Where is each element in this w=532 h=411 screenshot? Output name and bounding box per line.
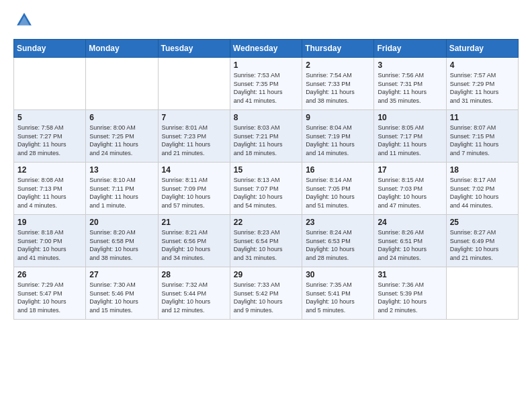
- day-number: 16: [306, 165, 370, 175]
- day-info: Sunrise: 8:07 AM Sunset: 7:15 PM Dayligh…: [450, 124, 515, 157]
- day-info: Sunrise: 8:13 AM Sunset: 7:07 PM Dayligh…: [234, 176, 298, 210]
- day-number: 8: [234, 113, 298, 122]
- day-number: 20: [89, 218, 154, 227]
- header-row: SundayMondayTuesdayWednesdayThursdayFrid…: [14, 40, 519, 58]
- day-cell: 11Sunrise: 8:07 AM Sunset: 7:15 PM Dayli…: [446, 110, 518, 163]
- day-number: 4: [450, 60, 515, 70]
- day-number: 5: [17, 113, 82, 122]
- day-cell: 23Sunrise: 8:24 AM Sunset: 6:53 PM Dayli…: [302, 215, 374, 267]
- day-info: Sunrise: 8:15 AM Sunset: 7:03 PM Dayligh…: [378, 176, 442, 210]
- day-number: 13: [89, 165, 154, 175]
- day-cell: 7Sunrise: 8:01 AM Sunset: 7:23 PM Daylig…: [158, 110, 230, 163]
- day-cell: 29Sunrise: 7:33 AM Sunset: 5:42 PM Dayli…: [230, 267, 302, 320]
- day-info: Sunrise: 7:32 AM Sunset: 5:44 PM Dayligh…: [162, 281, 226, 314]
- day-number: 30: [306, 270, 370, 279]
- day-number: 18: [450, 165, 515, 175]
- day-info: Sunrise: 8:27 AM Sunset: 6:49 PM Dayligh…: [450, 228, 515, 262]
- day-info: Sunrise: 7:56 AM Sunset: 7:31 PM Dayligh…: [378, 71, 442, 105]
- day-cell: 28Sunrise: 7:32 AM Sunset: 5:44 PM Dayli…: [158, 267, 230, 320]
- day-number: 3: [378, 60, 442, 70]
- day-number: 14: [162, 165, 226, 175]
- day-number: 27: [89, 270, 154, 279]
- logo-icon: [15, 11, 34, 30]
- day-info: Sunrise: 8:03 AM Sunset: 7:21 PM Dayligh…: [234, 124, 298, 157]
- day-cell: 21Sunrise: 8:21 AM Sunset: 6:56 PM Dayli…: [158, 215, 230, 267]
- day-cell: 17Sunrise: 8:15 AM Sunset: 7:03 PM Dayli…: [374, 163, 446, 215]
- col-header-saturday: Saturday: [446, 40, 518, 58]
- day-cell: 10Sunrise: 8:05 AM Sunset: 7:17 PM Dayli…: [374, 110, 446, 163]
- day-info: Sunrise: 7:35 AM Sunset: 5:41 PM Dayligh…: [306, 281, 370, 314]
- day-cell: 19Sunrise: 8:18 AM Sunset: 7:00 PM Dayli…: [14, 215, 86, 267]
- day-info: Sunrise: 7:30 AM Sunset: 5:46 PM Dayligh…: [89, 281, 154, 314]
- day-cell: 25Sunrise: 8:27 AM Sunset: 6:49 PM Dayli…: [446, 215, 518, 267]
- day-number: 2: [306, 60, 370, 70]
- day-number: 17: [378, 165, 442, 175]
- day-cell: 9Sunrise: 8:04 AM Sunset: 7:19 PM Daylig…: [302, 110, 374, 163]
- day-info: Sunrise: 7:58 AM Sunset: 7:27 PM Dayligh…: [17, 124, 82, 157]
- day-cell: 24Sunrise: 8:26 AM Sunset: 6:51 PM Dayli…: [374, 215, 446, 267]
- day-cell: 16Sunrise: 8:14 AM Sunset: 7:05 PM Dayli…: [302, 163, 374, 215]
- day-info: Sunrise: 8:11 AM Sunset: 7:09 PM Dayligh…: [162, 176, 226, 210]
- day-number: 24: [378, 218, 442, 227]
- day-number: 15: [234, 165, 298, 175]
- day-info: Sunrise: 8:14 AM Sunset: 7:05 PM Dayligh…: [306, 176, 370, 210]
- col-header-friday: Friday: [374, 40, 446, 58]
- day-cell: 12Sunrise: 8:08 AM Sunset: 7:13 PM Dayli…: [14, 163, 86, 215]
- calendar-table: SundayMondayTuesdayWednesdayThursdayFrid…: [13, 39, 519, 320]
- col-header-thursday: Thursday: [302, 40, 374, 58]
- day-number: 19: [17, 218, 82, 227]
- week-row-3: 12Sunrise: 8:08 AM Sunset: 7:13 PM Dayli…: [14, 163, 519, 215]
- day-number: 12: [17, 165, 82, 175]
- day-cell: 27Sunrise: 7:30 AM Sunset: 5:46 PM Dayli…: [86, 267, 158, 320]
- day-info: Sunrise: 7:54 AM Sunset: 7:33 PM Dayligh…: [306, 71, 370, 105]
- day-cell: [14, 58, 86, 110]
- day-cell: 22Sunrise: 8:23 AM Sunset: 6:54 PM Dayli…: [230, 215, 302, 267]
- week-row-5: 26Sunrise: 7:29 AM Sunset: 5:47 PM Dayli…: [14, 267, 519, 320]
- day-number: 1: [234, 60, 298, 70]
- day-number: 28: [162, 270, 226, 279]
- day-cell: 30Sunrise: 7:35 AM Sunset: 5:41 PM Dayli…: [302, 267, 374, 320]
- day-number: 10: [378, 113, 442, 122]
- day-cell: 31Sunrise: 7:36 AM Sunset: 5:39 PM Dayli…: [374, 267, 446, 320]
- day-cell: [446, 267, 518, 320]
- day-cell: 15Sunrise: 8:13 AM Sunset: 7:07 PM Dayli…: [230, 163, 302, 215]
- col-header-wednesday: Wednesday: [230, 40, 302, 58]
- day-info: Sunrise: 8:08 AM Sunset: 7:13 PM Dayligh…: [17, 176, 82, 210]
- day-info: Sunrise: 8:04 AM Sunset: 7:19 PM Dayligh…: [306, 124, 370, 157]
- day-cell: 1Sunrise: 7:53 AM Sunset: 7:35 PM Daylig…: [230, 58, 302, 110]
- day-info: Sunrise: 8:20 AM Sunset: 6:58 PM Dayligh…: [89, 228, 154, 262]
- week-row-2: 5Sunrise: 7:58 AM Sunset: 7:27 PM Daylig…: [14, 110, 519, 163]
- day-info: Sunrise: 8:18 AM Sunset: 7:00 PM Dayligh…: [17, 228, 82, 262]
- day-info: Sunrise: 8:10 AM Sunset: 7:11 PM Dayligh…: [89, 176, 154, 210]
- day-cell: 5Sunrise: 7:58 AM Sunset: 7:27 PM Daylig…: [14, 110, 86, 163]
- day-number: 23: [306, 218, 370, 227]
- col-header-monday: Monday: [86, 40, 158, 58]
- day-number: 21: [162, 218, 226, 227]
- day-cell: [86, 58, 158, 110]
- day-info: Sunrise: 8:00 AM Sunset: 7:25 PM Dayligh…: [89, 124, 154, 157]
- day-info: Sunrise: 7:57 AM Sunset: 7:29 PM Dayligh…: [450, 71, 515, 105]
- day-number: 26: [17, 270, 82, 279]
- page: SundayMondayTuesdayWednesdayThursdayFrid…: [0, 0, 532, 411]
- day-number: 22: [234, 218, 298, 227]
- day-cell: 14Sunrise: 8:11 AM Sunset: 7:09 PM Dayli…: [158, 163, 230, 215]
- col-header-tuesday: Tuesday: [158, 40, 230, 58]
- day-number: 7: [162, 113, 226, 122]
- logo: [13, 11, 34, 32]
- day-number: 25: [450, 218, 515, 227]
- day-cell: 2Sunrise: 7:54 AM Sunset: 7:33 PM Daylig…: [302, 58, 374, 110]
- day-number: 29: [234, 270, 298, 279]
- day-info: Sunrise: 8:23 AM Sunset: 6:54 PM Dayligh…: [234, 228, 298, 262]
- day-info: Sunrise: 8:26 AM Sunset: 6:51 PM Dayligh…: [378, 228, 442, 262]
- day-info: Sunrise: 8:05 AM Sunset: 7:17 PM Dayligh…: [378, 124, 442, 157]
- day-cell: 26Sunrise: 7:29 AM Sunset: 5:47 PM Dayli…: [14, 267, 86, 320]
- week-row-4: 19Sunrise: 8:18 AM Sunset: 7:00 PM Dayli…: [14, 215, 519, 267]
- day-info: Sunrise: 7:36 AM Sunset: 5:39 PM Dayligh…: [378, 281, 442, 314]
- day-cell: 6Sunrise: 8:00 AM Sunset: 7:25 PM Daylig…: [86, 110, 158, 163]
- day-cell: 13Sunrise: 8:10 AM Sunset: 7:11 PM Dayli…: [86, 163, 158, 215]
- week-row-1: 1Sunrise: 7:53 AM Sunset: 7:35 PM Daylig…: [14, 58, 519, 110]
- day-number: 6: [89, 113, 154, 122]
- day-number: 9: [306, 113, 370, 122]
- day-cell: 18Sunrise: 8:17 AM Sunset: 7:02 PM Dayli…: [446, 163, 518, 215]
- col-header-sunday: Sunday: [14, 40, 86, 58]
